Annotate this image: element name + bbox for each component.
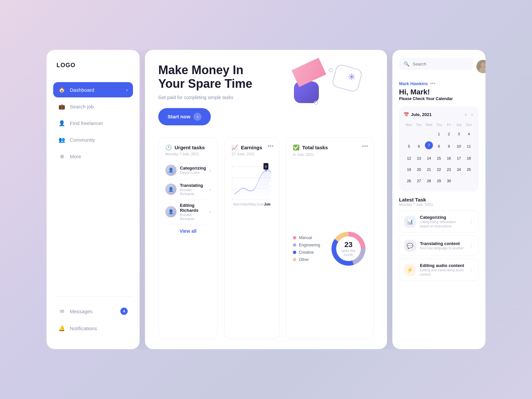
task-card-name: Editing audio content	[420, 263, 465, 268]
sidebar-item-label: Notifications	[70, 326, 97, 331]
chart-month-label: June	[256, 202, 264, 206]
start-now-button[interactable]: Start now ›	[158, 108, 211, 125]
calendar-day[interactable]: 30	[444, 176, 454, 186]
calendar-day[interactable]: 24	[454, 164, 464, 175]
illus-star-shape: ✳	[348, 71, 355, 82]
calendar-day	[414, 129, 424, 139]
calendar-day[interactable]: 22	[434, 164, 444, 175]
user-menu-icon[interactable]: •••	[430, 80, 436, 86]
urgent-tasks-date: Monday 7 Jule, 2021	[165, 152, 211, 156]
sidebar-item-label: Dashboard	[70, 87, 94, 93]
sidebar-item-messages[interactable]: ✉ Messages 4	[53, 303, 133, 319]
messages-badge: 4	[120, 308, 128, 315]
legend-item-manual: Manual	[293, 235, 320, 240]
chart-icon: 📈	[231, 144, 238, 151]
main-panel: Make Money In Your Spare Time Get paid f…	[145, 50, 387, 349]
illus-circle-shape	[329, 68, 333, 72]
sidebar-item-community[interactable]: 👥 Community	[53, 132, 133, 147]
calendar-next-button[interactable]: ›	[470, 111, 474, 118]
task-card-menu-icon[interactable]: ⋮	[468, 267, 474, 273]
calendar-day[interactable]: 27	[414, 176, 424, 186]
calendar-day[interactable]: 12	[404, 153, 414, 164]
legend-dot	[293, 258, 296, 261]
urgent-tasks-title: Urgent tasks	[175, 145, 205, 150]
legend-label: Engineering	[299, 243, 320, 247]
calendar-day[interactable]: 23	[444, 164, 454, 175]
task-item[interactable]: 👤 Editing Richards Ronald Richards ›	[165, 200, 211, 224]
earnings-date: 27 June, 2021	[231, 152, 272, 156]
sidebar-item-dashboard[interactable]: 🏠 Dashboard ›	[53, 82, 133, 97]
task-card-menu-icon[interactable]: ⋮	[468, 218, 474, 225]
calendar-day[interactable]: 16	[444, 153, 454, 164]
calendar-day[interactable]: 28	[424, 176, 434, 186]
calendar-day[interactable]: 1	[434, 129, 444, 139]
search-input[interactable]	[413, 62, 468, 66]
total-tasks-menu-icon[interactable]: •••	[362, 143, 368, 150]
logo: LOGO	[53, 62, 133, 69]
earnings-menu-icon[interactable]: •••	[267, 143, 274, 150]
calendar-day[interactable]: 29	[434, 176, 444, 186]
task-card-editing[interactable]: ⚡ Editing audio content Editing and tran…	[399, 259, 479, 281]
mail-icon: ✉	[59, 308, 65, 315]
calendar-day[interactable]: 4	[464, 129, 473, 139]
task-card-desc: Categorizing information based on instru…	[420, 220, 465, 228]
calendar-day[interactable]: 3	[454, 129, 464, 139]
task-card-categorizing[interactable]: 📊 Categorizing Categorizing information …	[399, 210, 479, 233]
task-card-translating[interactable]: 💬 Translating content from one language …	[399, 235, 479, 256]
sidebar-item-search-job[interactable]: 💼 Search job	[53, 99, 133, 114]
calendar-day[interactable]: 20	[414, 164, 424, 175]
calendar-day[interactable]: 9	[444, 140, 454, 152]
calendar-day[interactable]: 17	[454, 153, 464, 164]
sidebar-item-label: More	[70, 154, 81, 159]
donut-chart: 23 tasks this month	[330, 230, 367, 267]
calendar-day[interactable]: 14	[424, 153, 434, 164]
sidebar-item-notifications[interactable]: 🔔 Notifications	[53, 321, 133, 336]
legend-dot	[293, 236, 296, 239]
nav-section: 🏠 Dashboard › 💼 Search job 👤 Find freela…	[53, 82, 133, 296]
calendar-day[interactable]: 5	[404, 140, 414, 152]
arrow-icon: ›	[126, 87, 128, 92]
calendar-icon: 📅	[404, 112, 409, 117]
calendar-day[interactable]: 6	[414, 140, 424, 152]
donut-area: Manual Engineering Creative	[293, 165, 367, 332]
urgent-tasks-panel: 🕐 Urgent tasks Monday 7 Jule, 2021 👤 Cat…	[158, 137, 218, 339]
calendar-day[interactable]: 19	[404, 164, 414, 175]
calendar-day[interactable]: 8	[434, 140, 444, 152]
sidebar-item-more[interactable]: ⊕ More	[53, 149, 133, 164]
svg-text:3: 3	[232, 164, 233, 169]
calendar-day[interactable]: 7	[424, 140, 434, 152]
calendar-day[interactable]: 18	[464, 153, 473, 164]
home-icon: 🏠	[59, 86, 65, 93]
sidebar-item-find-freelancer[interactable]: 👤 Find freelancer	[53, 115, 133, 131]
task-card-name: Categorizing	[420, 215, 465, 220]
hero-illustration: ✳	[294, 63, 374, 116]
user-avatar[interactable]	[476, 60, 485, 73]
calendar-day[interactable]: 26	[404, 176, 414, 186]
earnings-chart: 3 2 1 0	[231, 161, 272, 201]
latest-task-subtitle: Monday 7 Jule, 2021	[399, 202, 479, 206]
earnings-chart-svg: 3 2 1 0	[231, 161, 272, 201]
calendar-day[interactable]: 10	[454, 140, 464, 152]
calendar-day[interactable]: 25	[464, 164, 473, 175]
chart-month-label: May	[250, 202, 256, 206]
bottom-panels: 🕐 Urgent tasks Monday 7 Jule, 2021 👤 Cat…	[158, 137, 374, 339]
task-card-desc: Editing and transcribing audio content	[420, 268, 465, 277]
calendar-prev-button[interactable]: ‹	[464, 111, 468, 118]
calendar-day[interactable]: 15	[434, 153, 444, 164]
task-avatar: 👤	[165, 165, 177, 176]
sidebar: LOGO 🏠 Dashboard › 💼 Search job 👤 Find f…	[47, 50, 140, 349]
calendar-day[interactable]: 2	[444, 129, 454, 139]
cal-day-header: Thu	[434, 122, 444, 128]
greeting-sub-text: Please Check Your Calendar	[399, 96, 479, 101]
earnings-title: Earnings	[241, 145, 262, 150]
calendar-widget: 📅 Jule, 2021 ‹ › Mon Tue Wed Thu Fri	[399, 106, 479, 192]
calendar-day[interactable]: 13	[414, 153, 424, 164]
task-card-info: Categorizing Categorizing information ba…	[420, 215, 465, 228]
total-tasks-panel: ••• ✅ Total tasks In Jule, 2021 Manual	[286, 137, 374, 339]
task-card-menu-icon[interactable]: ⋮	[468, 243, 474, 249]
calendar-day[interactable]: 21	[424, 164, 434, 175]
task-item[interactable]: 👤 Translating Ronald Richards ›	[165, 180, 211, 200]
task-item[interactable]: 👤 Categorizing Devon Lane ›	[165, 161, 211, 180]
calendar-day[interactable]: 11	[464, 140, 473, 152]
view-all-link[interactable]: View all	[165, 228, 211, 234]
